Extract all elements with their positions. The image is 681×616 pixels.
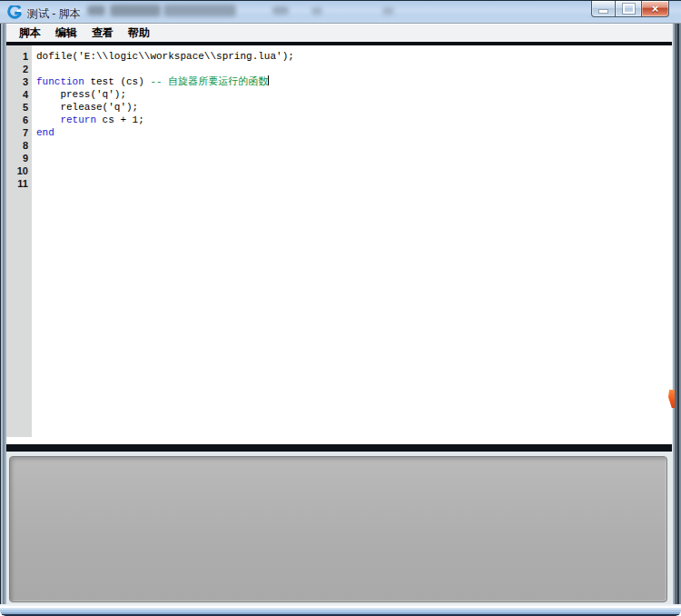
window-border-left [0,24,6,604]
close-icon: × [652,2,659,16]
line-number: 10 [6,164,32,177]
line-number: 11 [6,177,32,190]
code-line[interactable] [36,63,672,75]
window-controls: × [591,1,669,17]
line-number-gutter: 1234567891011 [6,45,32,437]
code-token-comment: -- 自旋器所要运行的函数 [150,76,268,87]
glass-blur-artifact [87,5,105,15]
maximize-icon [623,4,635,14]
titlebar[interactable]: 测试 - 脚本 × [0,0,681,24]
logitech-g-icon[interactable] [7,5,22,20]
code-token-keyword: end [36,127,54,138]
code-line[interactable]: return cs + 1; [36,114,672,126]
window-border-bottom [0,604,681,616]
code-editor[interactable]: 1234567891011 dofile('E:\\logic\\workspa… [6,45,672,444]
code-token-plain: test (cs) [84,76,151,87]
line-number: 4 [6,88,32,101]
text-caret [268,75,269,85]
code-token-plain: release('q'); [36,102,138,113]
window-title: 测试 - 脚本 [27,6,81,22]
code-line[interactable] [36,164,672,177]
code-line[interactable] [36,177,672,190]
bottom-zone [6,452,672,604]
line-number: 7 [6,126,32,139]
line-number: 6 [6,114,32,126]
line-number: 1 [6,50,32,63]
glass-blur-artifact [272,6,289,15]
glass-blur-artifact [163,5,236,16]
splitter-bar[interactable] [6,444,672,452]
code-token-keyword: function [36,76,84,87]
code-token-plain [36,114,60,125]
menu-edit[interactable]: 编辑 [48,24,84,43]
minimize-button[interactable] [591,1,616,17]
code-line[interactable]: release('q'); [36,101,672,114]
maximize-button[interactable] [616,1,641,17]
menu-view[interactable]: 查看 [84,24,121,43]
line-number: 8 [6,139,32,152]
code-token-plain: dofile('E:\\logic\\workspace\\spring.lua… [36,51,294,62]
code-line[interactable]: function test (cs) -- 自旋器所要运行的函数 [36,75,672,88]
code-area[interactable]: dofile('E:\\logic\\workspace\\spring.lua… [32,45,672,444]
line-number: 3 [6,75,32,88]
output-panel [9,456,667,602]
line-number: 9 [6,152,32,164]
code-line[interactable] [36,139,672,152]
glass-blur-artifact [382,7,394,15]
glass-blur-artifact [110,5,161,16]
app-window: 测试 - 脚本 × 脚本 编辑 查看 帮助 1234567891011 dofi… [0,0,681,616]
close-button[interactable]: × [641,1,669,17]
glass-blur-artifact [311,7,322,15]
code-token-plain: press('q'); [36,89,126,100]
code-line[interactable] [36,152,672,164]
minimize-icon [598,9,608,14]
code-line[interactable]: press('q'); [36,88,672,101]
menu-script[interactable]: 脚本 [12,24,48,43]
line-number: 5 [6,101,32,114]
window-border-right [672,24,681,604]
code-token-keyword: return [60,114,96,125]
menu-help[interactable]: 帮助 [121,24,157,43]
line-number: 2 [6,63,32,75]
code-line[interactable]: dofile('E:\\logic\\workspace\\spring.lua… [36,50,672,63]
menubar: 脚本 编辑 查看 帮助 [6,24,672,42]
code-token-plain: cs + 1; [96,114,144,125]
code-line[interactable]: end [36,126,672,139]
